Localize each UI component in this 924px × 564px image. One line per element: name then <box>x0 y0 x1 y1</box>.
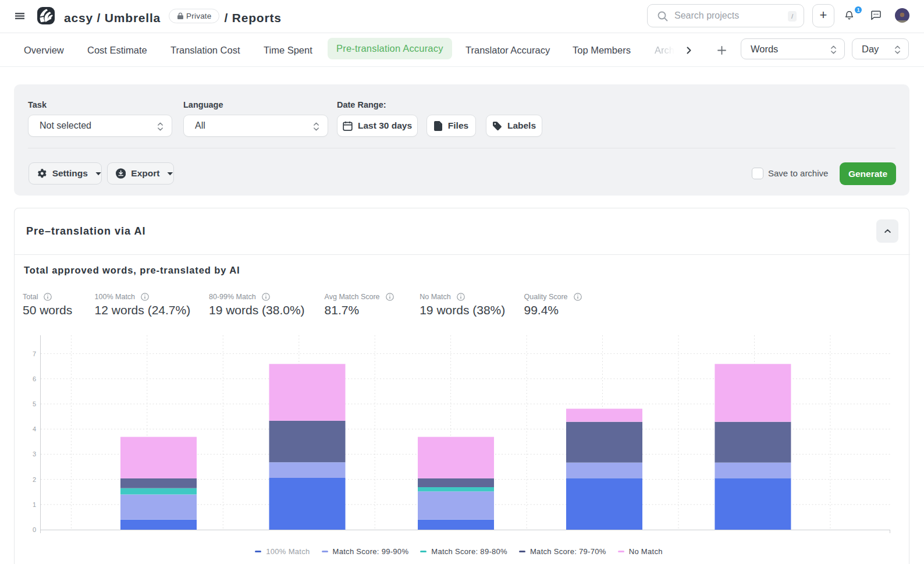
svg-text:6: 6 <box>33 375 36 382</box>
svg-text:4: 4 <box>33 425 36 432</box>
svg-text:7: 7 <box>33 350 36 357</box>
svg-text:1: 1 <box>33 501 36 508</box>
svg-text:3: 3 <box>33 451 36 457</box>
svg-text:0: 0 <box>33 526 36 533</box>
svg-text:2: 2 <box>33 476 36 483</box>
svg-text:5: 5 <box>33 400 36 407</box>
